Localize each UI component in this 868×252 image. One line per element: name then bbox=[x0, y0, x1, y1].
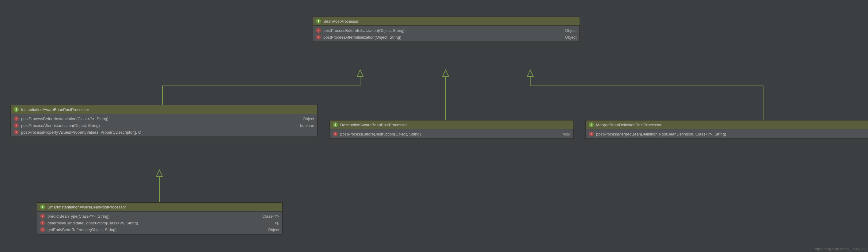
method-icon bbox=[40, 227, 45, 232]
method-return: boolean bbox=[294, 123, 314, 128]
class-header: I DestructionAwareBeanPostProcessor bbox=[330, 121, 574, 129]
method-row[interactable]: postProcessAfterInstantiation(Object, St… bbox=[11, 122, 317, 129]
method-return: Object bbox=[261, 227, 279, 232]
svg-marker-2 bbox=[527, 70, 533, 76]
watermark: https://blog.csdn.net/qq_15037231 bbox=[814, 247, 866, 251]
svg-marker-3 bbox=[156, 170, 162, 177]
svg-marker-0 bbox=[357, 70, 363, 76]
class-bean-post-processor[interactable]: I BeanPostProcessor postProcessBeforeIni… bbox=[313, 17, 580, 42]
class-name: SmartInstantiationAwareBeanPostProcessor bbox=[48, 205, 126, 210]
svg-marker-1 bbox=[442, 70, 449, 76]
method-row[interactable]: postProcessBeforeInitialization(Object, … bbox=[313, 27, 580, 34]
interface-icon: I bbox=[14, 107, 19, 112]
method-row[interactable]: predictBeanType(Class<?>, String) Class<… bbox=[37, 213, 282, 220]
method-signature: postProcessAfterInitialization(Object, S… bbox=[323, 35, 401, 39]
class-header: I MergedBeanDefinitionPostProcessor bbox=[586, 121, 868, 129]
method-icon bbox=[316, 35, 321, 39]
method-icon bbox=[333, 131, 338, 136]
diagram-canvas: I BeanPostProcessor postProcessBeforeIni… bbox=[0, 0, 868, 252]
method-return: Class<?> bbox=[256, 214, 279, 219]
class-instantiation-aware-bpp[interactable]: I InstantiationAwareBeanPostProcessor po… bbox=[10, 105, 317, 137]
method-return: Object bbox=[559, 28, 577, 33]
interface-icon: I bbox=[316, 19, 321, 24]
method-row[interactable]: postProcessAfterInitialization(Object, S… bbox=[313, 34, 580, 40]
method-signature: postProcessAfterInstantiation(Object, St… bbox=[21, 123, 100, 128]
method-return: Object bbox=[297, 117, 314, 121]
class-members: postProcessMergedBeanDefinition(RootBean… bbox=[586, 129, 868, 138]
class-members: postProcessBeforeDestruction(Object, Str… bbox=[330, 129, 574, 138]
method-signature: postProcessMergedBeanDefinition(RootBean… bbox=[596, 132, 726, 136]
method-return: Object bbox=[559, 35, 577, 39]
class-name: InstantiationAwareBeanPostProcessor bbox=[21, 107, 89, 112]
class-merged-bean-def-pp[interactable]: I MergedBeanDefinitionPostProcessor post… bbox=[585, 120, 868, 139]
method-icon bbox=[40, 214, 45, 219]
method-icon bbox=[14, 130, 19, 134]
method-signature: getEarlyBeanReference(Object, String) bbox=[48, 227, 117, 232]
method-icon bbox=[316, 28, 321, 33]
method-signature: determineCandidateConstructors(Class<?>,… bbox=[48, 221, 138, 225]
class-members: postProcessBeforeInitialization(Object, … bbox=[313, 26, 580, 42]
method-signature: postProcessPropertyValues(PropertyValues… bbox=[21, 130, 141, 134]
method-return: >[] bbox=[269, 221, 279, 225]
class-members: predictBeanType(Class<?>, String) Class<… bbox=[37, 212, 282, 234]
class-destruction-aware-bpp[interactable]: I DestructionAwareBeanPostProcessor post… bbox=[330, 120, 574, 139]
method-signature: postProcessBeforeInstantiation(Class<?>,… bbox=[21, 117, 108, 121]
method-icon bbox=[14, 116, 19, 121]
class-members: postProcessBeforeInstantiation(Class<?>,… bbox=[11, 114, 317, 137]
method-row[interactable]: postProcessPropertyValues(PropertyValues… bbox=[11, 129, 317, 135]
class-header: I BeanPostProcessor bbox=[313, 17, 580, 26]
method-return: void bbox=[557, 132, 570, 136]
method-signature: postProcessBeforeInitialization(Object, … bbox=[323, 28, 405, 33]
method-icon bbox=[589, 131, 594, 136]
method-row[interactable]: getEarlyBeanReference(Object, String) Ob… bbox=[37, 226, 282, 233]
class-name: MergedBeanDefinitionPostProcessor bbox=[596, 123, 661, 127]
method-row[interactable]: postProcessBeforeInstantiation(Class<?>,… bbox=[11, 115, 317, 122]
class-smart-inst-aware-bpp[interactable]: I SmartInstantiationAwareBeanPostProcess… bbox=[37, 202, 283, 234]
method-row[interactable]: postProcessBeforeDestruction(Object, Str… bbox=[330, 131, 574, 137]
method-icon bbox=[40, 220, 45, 225]
class-name: DestructionAwareBeanPostProcessor bbox=[340, 123, 407, 127]
method-icon bbox=[14, 123, 19, 128]
interface-icon: I bbox=[589, 122, 594, 127]
class-header: I InstantiationAwareBeanPostProcessor bbox=[11, 105, 317, 114]
method-signature: postProcessBeforeDestruction(Object, Str… bbox=[340, 132, 421, 136]
class-name: BeanPostProcessor bbox=[323, 19, 359, 24]
interface-icon: I bbox=[333, 122, 338, 127]
class-header: I SmartInstantiationAwareBeanPostProcess… bbox=[37, 202, 282, 212]
interface-icon: I bbox=[40, 204, 45, 210]
method-row[interactable]: postProcessMergedBeanDefinition(RootBean… bbox=[586, 131, 868, 137]
method-signature: predictBeanType(Class<?>, String) bbox=[48, 214, 110, 219]
method-row[interactable]: determineCandidateConstructors(Class<?>,… bbox=[37, 220, 282, 226]
